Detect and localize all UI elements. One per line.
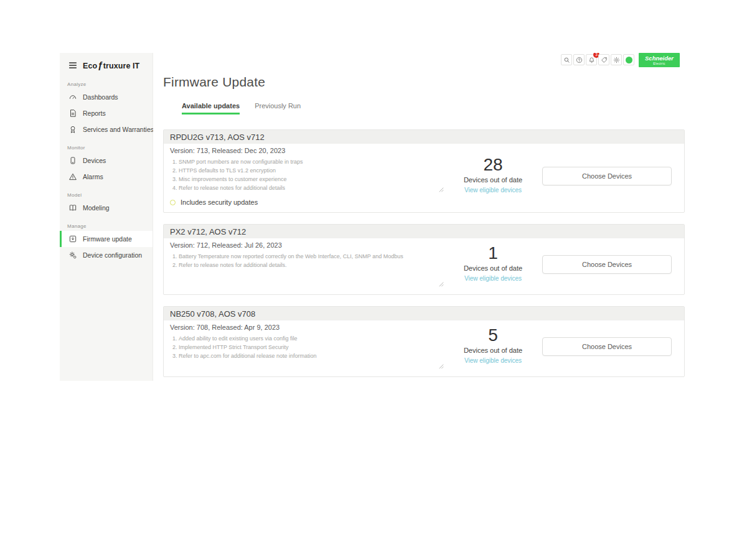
avatar[interactable] bbox=[623, 54, 634, 65]
view-eligible-devices-link[interactable]: View eligible devices bbox=[464, 187, 522, 194]
sidebar-item-firmware-update[interactable]: Firmware update bbox=[60, 231, 153, 247]
avatar-dot bbox=[626, 57, 632, 63]
content-area: 3 Schneider Electric Firmware Update Ava… bbox=[153, 53, 685, 381]
sidebar-section: Model Modeling bbox=[60, 192, 153, 216]
sidebar-section: Analyze Dashboards Reports Services and … bbox=[60, 82, 153, 138]
devices-out-of-date-label: Devices out of date bbox=[444, 176, 542, 184]
sidebar: Ecoƒtruxure IT Analyze Dashboards Report… bbox=[60, 53, 153, 381]
release-notes-box: Version: 708, Released: Apr 9, 2023 Adde… bbox=[170, 323, 444, 370]
help-icon-button[interactable] bbox=[573, 54, 585, 65]
release-note: Refer to apc.com for additional release … bbox=[179, 352, 444, 361]
release-note: HTTPS defaults to TLS v1.2 encryption bbox=[179, 167, 444, 175]
schneider-logo-line1: Schneider bbox=[645, 55, 674, 62]
settings-icon-button[interactable] bbox=[611, 54, 622, 65]
notifications-icon bbox=[588, 57, 595, 63]
sidebar-item-alarms[interactable]: Alarms bbox=[60, 169, 153, 185]
sidebar-section-label: Model bbox=[67, 192, 153, 198]
topbar: 3 Schneider Electric bbox=[153, 53, 685, 67]
resize-grip-icon[interactable] bbox=[439, 282, 444, 287]
view-eligible-devices-link[interactable]: View eligible devices bbox=[464, 275, 522, 282]
settings-icon bbox=[613, 57, 620, 63]
card-title: PX2 v712, AOS v712 bbox=[164, 225, 684, 238]
search-icon bbox=[563, 57, 570, 63]
gauge-icon bbox=[68, 93, 77, 101]
card-title: NB250 v708, AOS v708 bbox=[164, 307, 684, 320]
sidebar-item-services-and-warranties[interactable]: Services and Warranties bbox=[60, 121, 153, 138]
release-note: Misc improvements to customer experience bbox=[179, 175, 444, 184]
devices-out-of-date-count: 28 bbox=[444, 156, 542, 174]
sidebar-item-label: Reports bbox=[83, 110, 106, 117]
security-note-row: Includes security updates bbox=[170, 198, 444, 206]
choose-devices-button[interactable]: Choose Devices bbox=[542, 337, 672, 356]
tabs: Available updatesPreviously Run bbox=[182, 102, 685, 114]
release-note: SNMP port numbers are now configurable i… bbox=[179, 158, 444, 167]
card-title: RPDU2G v713, AOS v712 bbox=[164, 130, 684, 144]
tab-available-updates[interactable]: Available updates bbox=[182, 102, 240, 114]
version-line: Version: 712, Released: Jul 26, 2023 bbox=[170, 241, 444, 250]
alarm-icon bbox=[68, 172, 77, 181]
release-note: Refer to release notes for additional de… bbox=[179, 261, 444, 270]
sidebar-item-devices[interactable]: Devices bbox=[60, 152, 153, 169]
release-notes-list: SNMP port numbers are now configurable i… bbox=[170, 158, 444, 193]
firmware-card-px2: PX2 v712, AOS v712 Version: 712, Release… bbox=[163, 224, 685, 295]
release-note: Implemented HTTP Strict Transport Securi… bbox=[179, 343, 444, 352]
sidebar-item-label: Devices bbox=[83, 157, 106, 164]
sidebar-item-label: Dashboards bbox=[83, 93, 118, 101]
page-title: Firmware Update bbox=[163, 74, 685, 90]
sidebar-item-label: Alarms bbox=[83, 173, 103, 180]
sidebar-item-dashboards[interactable]: Dashboards bbox=[60, 89, 153, 105]
sidebar-item-device-configuration[interactable]: Device configuration bbox=[60, 247, 153, 263]
tag-icon-button[interactable] bbox=[598, 54, 609, 65]
search-icon-button[interactable] bbox=[561, 54, 572, 65]
schneider-logo-line2: Electric bbox=[653, 62, 665, 65]
firmware-cards: RPDU2G v713, AOS v712 Version: 713, Rele… bbox=[163, 129, 685, 377]
resize-grip-icon[interactable] bbox=[439, 187, 444, 192]
tab-previously-run[interactable]: Previously Run bbox=[255, 102, 301, 114]
report-icon bbox=[68, 109, 77, 118]
hamburger-menu-icon[interactable] bbox=[68, 60, 78, 70]
version-line: Version: 713, Released: Dec 20, 2023 bbox=[170, 146, 444, 155]
resize-grip-icon[interactable] bbox=[439, 364, 444, 369]
release-notes-list: Added ability to edit existing users via… bbox=[170, 335, 444, 361]
firmware-icon bbox=[68, 235, 77, 243]
sidebar-section: Monitor Devices Alarms bbox=[60, 145, 153, 185]
tag-icon bbox=[601, 57, 608, 63]
release-notes-box: Version: 712, Released: Jul 26, 2023 Bat… bbox=[170, 241, 444, 288]
devices-out-of-date-label: Devices out of date bbox=[444, 347, 542, 354]
topbar-icons: 3 bbox=[560, 53, 634, 65]
sidebar-item-label: Modeling bbox=[83, 204, 110, 212]
page: Ecoƒtruxure IT Analyze Dashboards Report… bbox=[0, 0, 747, 560]
devices-out-of-date-count: 1 bbox=[444, 244, 542, 263]
sidebar-item-reports[interactable]: Reports bbox=[60, 105, 153, 121]
sidebar-section-label: Manage bbox=[67, 223, 153, 229]
release-notes-list: Battery Temperature now reported correct… bbox=[170, 253, 444, 270]
notifications-icon-button[interactable]: 3 bbox=[586, 54, 597, 65]
sidebar-nav: Analyze Dashboards Reports Services and … bbox=[60, 82, 153, 263]
sidebar-section-label: Monitor bbox=[67, 145, 153, 151]
choose-devices-button[interactable]: Choose Devices bbox=[542, 167, 672, 185]
security-note-label: Includes security updates bbox=[181, 198, 258, 206]
sidebar-section: Manage Firmware update Device configurat… bbox=[60, 223, 153, 263]
view-eligible-devices-link[interactable]: View eligible devices bbox=[464, 357, 522, 364]
device-icon bbox=[68, 156, 77, 165]
version-line: Version: 708, Released: Apr 9, 2023 bbox=[170, 323, 444, 332]
config-icon bbox=[68, 251, 77, 259]
award-icon bbox=[68, 125, 77, 134]
sidebar-section-label: Analyze bbox=[67, 82, 153, 87]
devices-out-of-date-count: 5 bbox=[444, 326, 542, 345]
sidebar-item-modeling[interactable]: Modeling bbox=[60, 200, 153, 216]
main: Firmware Update Available updatesPreviou… bbox=[153, 67, 685, 381]
sidebar-logo-row: Ecoƒtruxure IT bbox=[60, 53, 153, 74]
sidebar-item-label: Services and Warranties bbox=[83, 126, 154, 133]
help-icon bbox=[576, 57, 583, 63]
sidebar-item-label: Device configuration bbox=[83, 251, 142, 259]
sidebar-item-label: Firmware update bbox=[83, 235, 132, 243]
app-window: Ecoƒtruxure IT Analyze Dashboards Report… bbox=[60, 53, 685, 381]
release-note: Added ability to edit existing users via… bbox=[179, 335, 444, 343]
devices-out-of-date-label: Devices out of date bbox=[444, 264, 542, 272]
ecostruxure-mark-icon: ƒ bbox=[98, 60, 103, 70]
schneider-logo[interactable]: Schneider Electric bbox=[639, 53, 680, 67]
release-note: Refer to release notes for additional de… bbox=[179, 184, 444, 193]
choose-devices-button[interactable]: Choose Devices bbox=[542, 255, 672, 274]
firmware-card-rpdu2g: RPDU2G v713, AOS v712 Version: 713, Rele… bbox=[163, 129, 685, 213]
